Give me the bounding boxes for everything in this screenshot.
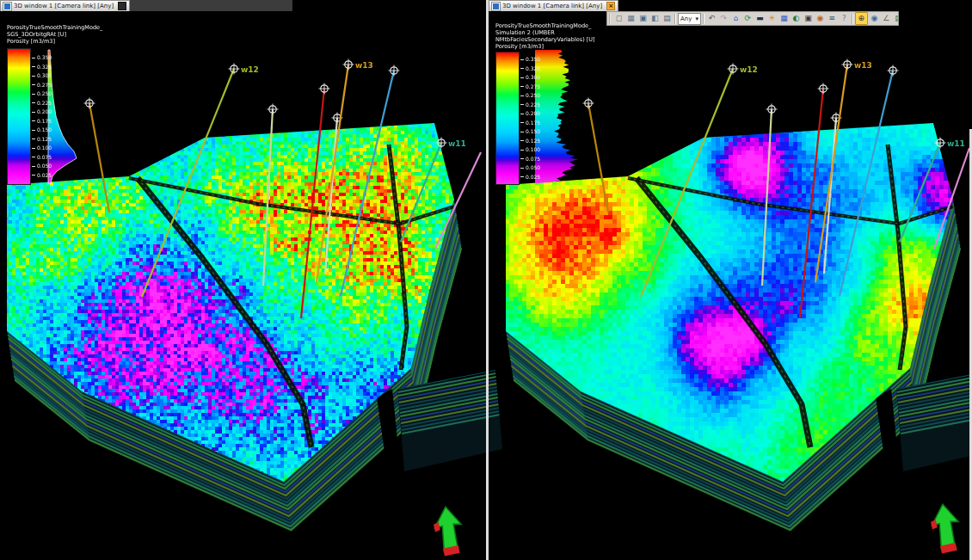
toolbar: ◻▦▣◧▤Any▾↶↷⌂⟳▬☀▦◐▣◉≡?⊕◉∠▤▣⚑▸ [606,11,899,26]
table-icon[interactable]: ▦ [625,13,637,24]
right-legend-title: PorosityTrueSmoothTrainingMode_ Simulati… [495,22,595,50]
save-icon[interactable]: ▣ [637,13,649,24]
well-left-5[interactable] [301,83,330,319]
legend-tick: 0.075 [520,157,540,162]
legend-tick: 0.250 [520,93,540,98]
legend-tick: 0.050 [520,165,540,170]
legend-tick: 0.125 [520,138,540,144]
right-legend-ticks: 0.3500.3250.3000.2750.2500.2250.2000.175… [520,50,550,188]
well-right-4[interactable] [824,113,842,274]
well-right-3[interactable] [762,104,778,286]
help-icon[interactable]: ? [839,13,850,24]
well-left-9[interactable] [435,152,481,249]
toolbar-grip[interactable] [609,14,611,23]
legend-tick: 0.325 [520,66,540,71]
refresh-icon[interactable]: ⟳ [742,13,754,24]
redo-icon[interactable]: ↷ [718,13,729,24]
well-label: w13 [355,61,373,70]
measure-icon[interactable]: ∠ [881,13,892,24]
well-label: w13 [854,61,872,70]
left-legend-ticks: 0.3500.3250.3000.2750.2500.2250.2000.175… [32,48,61,186]
chevron-down-icon: ▾ [695,15,698,22]
camera-link-icon[interactable]: ⊕ [855,12,868,25]
toolbar-separator [674,14,676,24]
legend-tick: 0.125 [32,137,52,142]
well-label: w12 [740,65,758,74]
legend-tick: 0.200 [520,111,540,116]
window-icon [492,3,500,10]
left-window-tab[interactable]: 3D window 1 [Camera link] [Any] ▪ [0,0,130,11]
home-icon[interactable]: ⌂ [730,13,741,24]
right-tab-close-button[interactable]: × [606,2,615,10]
legend-tick: 0.050 [32,163,52,169]
layers-icon[interactable]: ≡ [827,13,838,24]
well-left-4[interactable] [325,113,343,274]
left-tab-title: 3D window 1 [Camera link] [Any] [14,3,114,9]
north-arrow-left [432,505,464,557]
well-left-1[interactable] [84,98,110,213]
legend-tick: 0.275 [520,84,540,89]
select-icon[interactable]: ◻ [613,13,624,24]
left-color-legend[interactable] [7,48,31,185]
well-right-5[interactable] [800,83,829,319]
panel-divider[interactable] [486,0,489,560]
book-icon[interactable]: ▤ [893,13,899,24]
monitor-icon[interactable]: ▣ [803,13,814,24]
sun-icon[interactable]: ☀ [766,13,778,24]
legend-tick: 0.100 [520,147,540,152]
north-arrow-right [929,502,962,554]
legend-tick: 0.225 [520,102,540,108]
well-w12[interactable]: w12 [641,64,758,298]
legend-tick: 0.250 [32,91,52,96]
well-right-9[interactable] [934,148,969,249]
well-w12[interactable]: w12 [142,64,259,298]
legend-tick: 0.325 [32,65,52,70]
legend-tick: 0.300 [32,73,52,78]
toolbar-separator [703,14,704,24]
undo-icon[interactable]: ↶ [706,13,717,24]
right-window-tab[interactable]: 3D window 1 [Camera link] [Any] × [489,0,618,11]
legend-tick: 0.350 [520,57,540,62]
print-icon[interactable]: ▤ [661,13,673,24]
legend-tick: 0.025 [520,175,540,180]
left-tab-close-button[interactable]: ▪ [118,2,126,10]
window-icon [3,3,11,10]
layout-icon[interactable]: ◧ [649,13,661,24]
filter-any-dropdown[interactable]: Any▾ [678,13,701,25]
well-right-1[interactable] [583,98,609,213]
well-label: w12 [241,65,259,74]
legend-tick: 0.350 [32,55,52,60]
legend-tick: 0.025 [32,173,52,178]
well-w11[interactable]: w11 [401,138,466,243]
legend-tick: 0.225 [32,101,52,106]
screen-icon[interactable]: ▬ [754,13,766,24]
legend-tick: 0.150 [520,129,540,134]
toolbar-separator [852,14,853,24]
well-right-7[interactable] [840,65,899,297]
legend-tick: 0.100 [32,145,52,151]
well-label: w11 [947,139,965,148]
legend-tick: 0.300 [520,75,540,80]
well-left-3[interactable] [263,104,279,286]
left-legend-title: PorosityTrueSmoothTrainingMode_ SGS_3DOr… [7,24,102,45]
right-color-legend[interactable] [495,52,520,185]
palette-icon[interactable]: ◉ [815,13,826,24]
right-tab-strip: 3D window 1 [Camera link] [Any] × [489,0,602,11]
globe-icon[interactable]: ◐ [791,13,802,24]
legend-tick: 0.075 [32,155,52,160]
well-label: w11 [448,139,466,148]
legend-tick: 0.200 [32,109,52,114]
grid-icon[interactable]: ▦ [778,13,790,24]
legend-tick: 0.175 [32,119,52,124]
petrel-app-window: w12w13w11w12w13w11 3D window 1 [Camera l… [0,0,972,560]
eye-icon[interactable]: ◉ [869,13,880,24]
legend-tick: 0.150 [32,127,52,132]
legend-tick: 0.275 [32,83,52,88]
left-tab-strip: 3D window 1 [Camera link] [Any] ▪ [0,0,292,11]
legend-tick: 0.175 [520,120,540,126]
right-tab-title: 3D window 1 [Camera link] [Any] [502,3,602,9]
well-left-7[interactable] [341,65,400,297]
